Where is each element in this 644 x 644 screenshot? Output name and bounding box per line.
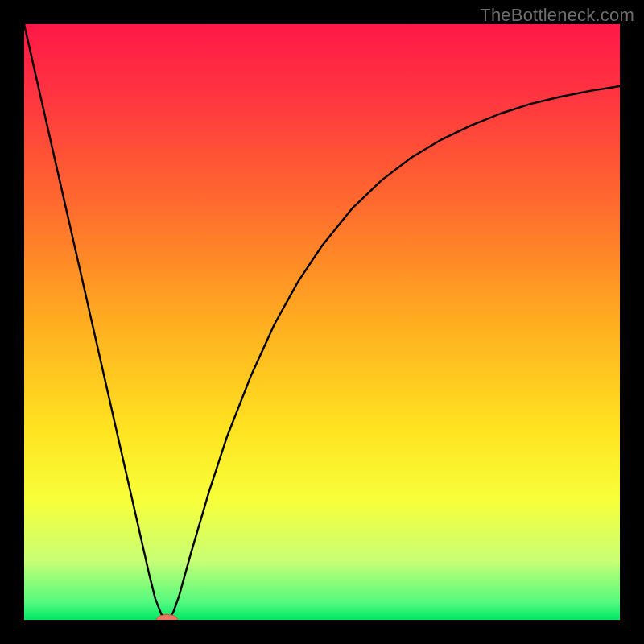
plot-area [24, 24, 620, 620]
gradient-background [24, 24, 620, 620]
chart-container: TheBottleneck.com [0, 0, 644, 644]
watermark-text: TheBottleneck.com [480, 5, 634, 26]
